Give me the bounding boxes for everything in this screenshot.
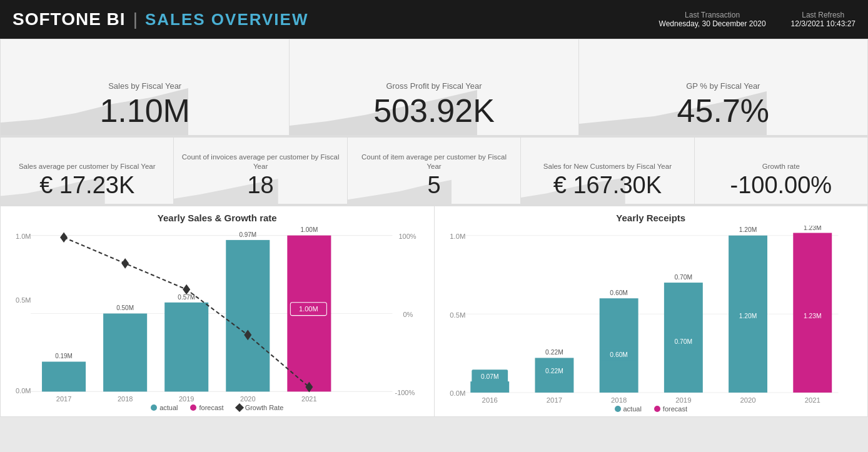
svg-text:2018: 2018: [611, 396, 627, 403]
legend-receipts-actual-label: actual: [623, 405, 642, 413]
kpi-growth-rate: Growth rate -100.00%: [695, 137, 868, 204]
kpi-row-top: Sales by Fiscal Year 1.10M Gross Profit …: [0, 39, 868, 136]
svg-text:0.07M: 0.07M: [480, 373, 498, 380]
svg-text:1.00M: 1.00M: [299, 305, 318, 313]
growth-diamond: [235, 403, 244, 412]
chart-yearly-receipts: Yearly Receipts 1.0M 0.5M 0.0M 0.07M 0.0…: [435, 206, 869, 417]
kpi-sales-value: 1.10M: [99, 93, 190, 129]
kpi-growth-value: -100.00%: [730, 173, 832, 199]
svg-text:0.22M: 0.22M: [545, 349, 563, 356]
actual-dot: [151, 404, 157, 411]
last-transaction-value: Wednesday, 30 December 2020: [659, 19, 766, 28]
kpi-avg-customer-label: Sales average per customer by Fiscal Yea…: [19, 162, 156, 171]
kpi-avg-per-customer: Sales average per customer by Fiscal Yea…: [0, 137, 174, 204]
svg-text:2020: 2020: [740, 396, 755, 403]
svg-text:0.5M: 0.5M: [450, 311, 465, 318]
legend-growth: Growth Rate: [236, 404, 284, 411]
svg-text:1.00M: 1.00M: [300, 226, 318, 233]
svg-text:1.23M: 1.23M: [803, 313, 821, 319]
legend-receipts-forecast-label: forecast: [663, 405, 687, 413]
bar-2018-actual: [599, 298, 638, 393]
header-divider: |: [133, 9, 138, 29]
svg-text:1.20M: 1.20M: [739, 226, 757, 233]
svg-text:1.0M: 1.0M: [450, 233, 465, 240]
last-refresh-block: Last Refresh 12/3/2021 10:43:27: [791, 11, 855, 28]
receipts-forecast-dot: [654, 406, 660, 412]
chart-sales-title: Yearly Sales & Growth rate: [11, 213, 424, 223]
brand-name: SOFTONE BI: [13, 9, 126, 29]
svg-text:2020: 2020: [240, 395, 255, 401]
kpi-row-mid: Sales average per customer by Fiscal Yea…: [0, 136, 868, 204]
kpi-gp-pct-label: GP % by Fiscal Year: [686, 81, 760, 91]
kpi-item-label: Count of item average per customer by Fi…: [355, 153, 513, 171]
svg-text:2019: 2019: [179, 395, 194, 401]
header-title: SOFTONE BI | SALES OVERVIEW: [13, 9, 308, 29]
forecast-dot: [190, 404, 196, 411]
bar-2017-actual: [42, 362, 86, 392]
svg-text:1.0M: 1.0M: [16, 233, 31, 240]
receipts-actual-dot: [615, 406, 621, 412]
header-meta: Last Transaction Wednesday, 30 December …: [659, 11, 855, 28]
last-refresh-value: 12/3/2021 10:43:27: [791, 19, 855, 28]
svg-text:0%: 0%: [403, 311, 413, 318]
svg-text:2018: 2018: [118, 395, 133, 401]
kpi-sales-label: Sales by Fiscal Year: [108, 81, 181, 91]
svg-text:2017: 2017: [546, 396, 562, 403]
kpi-new-customers: Sales for New Customers by Fiscal Year €…: [521, 137, 694, 204]
chart-yearly-sales: Yearly Sales & Growth rate 1.0M 0.5M 0.0…: [0, 206, 435, 417]
kpi-invoice-avg: Count of invoices average per customer b…: [174, 137, 347, 204]
chart-sales-svg: 1.0M 0.5M 0.0M 100% 0% -100% 0.19M 2017 …: [11, 226, 424, 401]
svg-text:0.0M: 0.0M: [450, 389, 465, 397]
diamond-2018: [121, 258, 129, 269]
kpi-item-value: 5: [427, 173, 440, 199]
svg-text:0.19M: 0.19M: [55, 353, 73, 359]
svg-text:2021: 2021: [804, 396, 820, 403]
legend-actual: actual: [151, 404, 178, 411]
bar-2020-actual: [226, 240, 270, 391]
header: SOFTONE BI | SALES OVERVIEW Last Transac…: [0, 0, 868, 39]
charts-row: Yearly Sales & Growth rate 1.0M 0.5M 0.0…: [0, 204, 868, 417]
legend-actual-label: actual: [159, 404, 178, 411]
svg-text:2017: 2017: [56, 395, 71, 401]
chart-receipts-area: 1.0M 0.5M 0.0M 0.07M 0.07M 2016 0.22M 0.…: [445, 226, 858, 403]
kpi-invoice-value: 18: [247, 173, 273, 199]
chart-receipts-legend: actual forecast: [445, 405, 858, 413]
kpi-item-avg: Count of item average per customer by Fi…: [348, 137, 521, 204]
svg-text:0.60M: 0.60M: [610, 351, 628, 358]
kpi-avg-customer-value: € 17.23K: [39, 173, 134, 199]
bar-2016-actual: [470, 381, 509, 393]
bar-2019-actual: [164, 303, 208, 392]
kpi-sales-fiscal: Sales by Fiscal Year 1.10M: [0, 39, 290, 136]
chart-sales-area: 1.0M 0.5M 0.0M 100% 0% -100% 0.19M 2017 …: [11, 226, 424, 401]
svg-text:0.70M: 0.70M: [674, 338, 692, 345]
kpi-gp-value: 503.92K: [373, 93, 495, 129]
kpi-new-cust-value: € 167.30K: [553, 173, 662, 199]
legend-forecast: forecast: [190, 404, 223, 411]
svg-text:-100%: -100%: [395, 388, 415, 396]
last-refresh-label: Last Refresh: [791, 11, 855, 19]
legend-forecast-label: forecast: [199, 404, 223, 411]
svg-text:0.5M: 0.5M: [16, 296, 31, 304]
svg-text:2019: 2019: [675, 396, 691, 403]
kpi-gp-pct-fiscal: GP % by Fiscal Year 45.7%: [579, 39, 868, 136]
last-transaction-label: Last Transaction: [659, 11, 766, 19]
legend-growth-label: Growth Rate: [245, 404, 284, 411]
svg-text:100%: 100%: [398, 233, 416, 240]
svg-text:0.22M: 0.22M: [545, 367, 563, 374]
kpi-growth-label: Growth rate: [762, 162, 800, 171]
svg-text:0.97M: 0.97M: [239, 231, 256, 238]
kpi-gp-fiscal: Gross Profit by Fiscal Year 503.92K: [290, 39, 578, 136]
kpi-invoice-label: Count of invoices average per customer b…: [181, 153, 339, 171]
svg-text:0.70M: 0.70M: [674, 274, 692, 281]
legend-receipts-forecast: forecast: [654, 405, 687, 413]
diamond-2017: [60, 232, 68, 243]
bar-2018-actual: [103, 314, 147, 392]
svg-text:1.20M: 1.20M: [739, 313, 757, 319]
chart-receipts-svg: 1.0M 0.5M 0.0M 0.07M 0.07M 2016 0.22M 0.…: [445, 226, 858, 403]
chart-sales-legend: actual forecast Growth Rate: [11, 404, 424, 411]
svg-text:2021: 2021: [301, 395, 316, 401]
svg-text:0.50M: 0.50M: [116, 304, 134, 311]
svg-text:0.0M: 0.0M: [16, 387, 31, 394]
svg-text:1.23M: 1.23M: [803, 226, 821, 231]
page-title: SALES OVERVIEW: [145, 10, 309, 29]
